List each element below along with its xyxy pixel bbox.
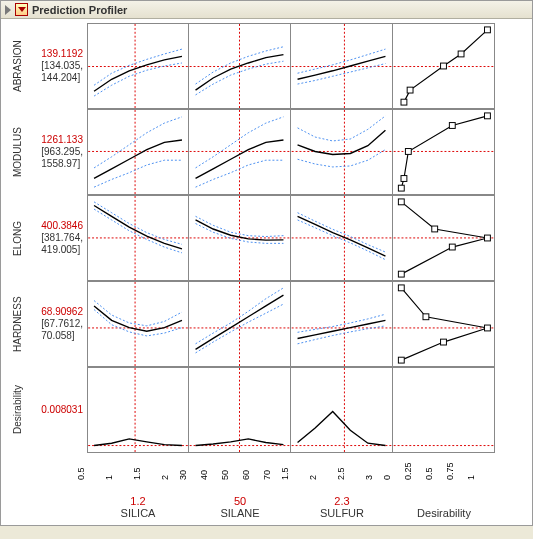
point-estimate: 139.1192 xyxy=(41,48,83,60)
row-values: 139.1192[134.035,144.204] xyxy=(31,23,87,109)
profiler-cell[interactable] xyxy=(189,109,291,195)
x-ticks: 1.522.53 xyxy=(291,453,393,495)
panel-title: Prediction Profiler xyxy=(32,4,127,16)
point-estimate: 1261.133 xyxy=(41,134,83,146)
profiler-cell[interactable] xyxy=(189,281,291,367)
row-values: 400.3846[381.764,419.005] xyxy=(31,195,87,281)
confidence-interval: [134.035,144.204] xyxy=(41,60,83,84)
point-estimate: 68.90962 xyxy=(41,306,83,318)
svg-rect-45 xyxy=(485,325,491,331)
svg-rect-9 xyxy=(441,63,447,69)
confidence-interval: [67.7612,70.058] xyxy=(41,318,83,342)
profiler-cell[interactable]: 00.51 xyxy=(87,367,189,453)
factor-name: SULFUR xyxy=(291,507,393,519)
profiler-cell[interactable]: 500100015002000 xyxy=(87,109,189,195)
svg-rect-21 xyxy=(405,149,411,155)
row-label: Desirability xyxy=(3,367,31,453)
svg-rect-43 xyxy=(398,357,404,363)
profiler-cell[interactable] xyxy=(393,23,495,109)
factor-name: SILICA xyxy=(87,507,189,519)
row-label: MODULUS xyxy=(3,109,31,195)
row-values: 1261.133[963.295,1558.97] xyxy=(31,109,87,195)
factor-name: SILANE xyxy=(189,507,291,519)
x-axis-label: 1.2SILICA xyxy=(87,495,189,521)
confidence-interval: [381.764,419.005] xyxy=(41,232,83,256)
row-label: ELONG xyxy=(3,195,31,281)
svg-rect-46 xyxy=(423,314,429,320)
point-estimate: 0.008031 xyxy=(41,404,83,416)
hotspot-icon[interactable] xyxy=(15,3,28,16)
profiler-cell[interactable]: 6065707580 xyxy=(87,281,189,367)
x-axis-label: 2.3SULFUR xyxy=(291,495,393,521)
svg-rect-23 xyxy=(485,113,491,119)
row-values: 0.008031 xyxy=(31,367,87,453)
svg-rect-34 xyxy=(432,226,438,232)
svg-rect-10 xyxy=(458,51,464,57)
svg-rect-32 xyxy=(449,244,455,250)
profiler-cell[interactable] xyxy=(393,195,495,281)
prediction-profiler-panel: Prediction Profiler ABRASION139.1192[134… xyxy=(0,0,533,526)
svg-rect-11 xyxy=(485,27,491,33)
x-axis-label: 50SILANE xyxy=(189,495,291,521)
profiler-cell[interactable] xyxy=(393,367,495,453)
svg-rect-19 xyxy=(398,185,404,191)
x-ticks: 3040506070 xyxy=(189,453,291,495)
svg-rect-7 xyxy=(401,99,407,105)
profiler-cell[interactable] xyxy=(393,281,495,367)
x-axis-label: Desirability xyxy=(393,495,495,521)
factor-value: 2.3 xyxy=(291,495,393,507)
factor-name: Desirability xyxy=(393,507,495,519)
profiler-cell[interactable]: 200300400500600 xyxy=(87,195,189,281)
panel-titlebar[interactable]: Prediction Profiler xyxy=(1,1,532,19)
profiler-grid: ABRASION139.1192[134.035,144.204]8010012… xyxy=(1,19,532,525)
row-label: HARDNESS xyxy=(3,281,31,367)
point-estimate: 400.3846 xyxy=(41,220,83,232)
row-label: ABRASION xyxy=(3,23,31,109)
x-ticks: 00.250.50.751 xyxy=(393,453,495,495)
svg-rect-33 xyxy=(485,235,491,241)
confidence-interval: [963.295,1558.97] xyxy=(41,146,83,170)
profiler-cell[interactable] xyxy=(291,109,393,195)
profiler-cell[interactable] xyxy=(189,195,291,281)
profiler-cell[interactable] xyxy=(189,367,291,453)
profiler-cell[interactable] xyxy=(393,109,495,195)
svg-rect-8 xyxy=(407,87,413,93)
profiler-cell[interactable] xyxy=(291,367,393,453)
factor-value: 50 xyxy=(189,495,291,507)
disclosure-icon[interactable] xyxy=(5,5,11,15)
profiler-cell[interactable] xyxy=(291,195,393,281)
svg-rect-20 xyxy=(401,176,407,182)
profiler-cell[interactable] xyxy=(291,281,393,367)
profiler-cell[interactable]: 80100120140160180200 xyxy=(87,23,189,109)
x-ticks: 0.511.52 xyxy=(87,453,189,495)
svg-rect-31 xyxy=(398,271,404,277)
profiler-cell[interactable] xyxy=(291,23,393,109)
svg-rect-44 xyxy=(441,339,447,345)
svg-rect-47 xyxy=(398,285,404,291)
svg-rect-22 xyxy=(449,123,455,129)
row-values: 68.90962[67.7612,70.058] xyxy=(31,281,87,367)
factor-value: 1.2 xyxy=(87,495,189,507)
svg-rect-35 xyxy=(398,199,404,205)
profiler-cell[interactable] xyxy=(189,23,291,109)
